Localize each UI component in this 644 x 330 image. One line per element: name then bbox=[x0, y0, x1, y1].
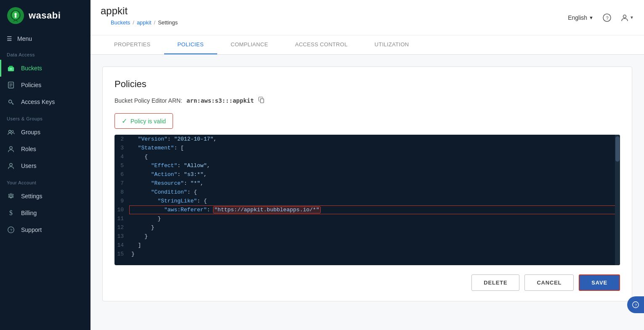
tab-utilization[interactable]: UTILIZATION bbox=[361, 35, 423, 54]
wasabi-logo-icon bbox=[7, 7, 24, 24]
line-num-15: 15 bbox=[114, 250, 130, 257]
line-content-9: "StringLike": { bbox=[130, 197, 620, 205]
line-content-13: } bbox=[130, 232, 620, 240]
tab-properties[interactable]: PROPERTIES bbox=[101, 35, 164, 54]
cancel-button[interactable]: CANCEL bbox=[524, 274, 574, 291]
sidebar-item-support[interactable]: ? Support bbox=[0, 221, 90, 238]
menu-button[interactable]: ☰ Menu bbox=[0, 31, 90, 46]
breadcrumb-appkit[interactable]: appkit bbox=[137, 19, 152, 26]
breadcrumb-buckets[interactable]: Buckets bbox=[111, 19, 130, 26]
groups-icon bbox=[7, 128, 15, 136]
breadcrumb-sep-2: / bbox=[154, 19, 156, 26]
line-num-5: 5 bbox=[114, 162, 130, 169]
line-num-8: 8 bbox=[114, 188, 130, 195]
help-bubble[interactable]: ? bbox=[627, 296, 644, 313]
line-content-2: "Version": "2012-10-17", bbox=[130, 135, 620, 143]
sidebar-item-billing[interactable]: $ Billing bbox=[0, 205, 90, 221]
code-line-10: 10 "aws:Referer": "https://appkit.bubble… bbox=[114, 205, 620, 214]
main-content: appkit Buckets / appkit / Settings Engli… bbox=[90, 0, 644, 330]
code-line-12: 12 } bbox=[114, 223, 620, 232]
code-line-7: 7 "Resource": "*", bbox=[114, 179, 620, 188]
save-button[interactable]: SAVE bbox=[579, 274, 620, 291]
code-line-8: 8 "Condition": { bbox=[114, 188, 620, 197]
sidebar-item-policies[interactable]: Policies bbox=[0, 77, 90, 93]
users-label: Users bbox=[21, 162, 37, 169]
breadcrumb-settings: Settings bbox=[158, 19, 178, 26]
svg-text:?: ? bbox=[635, 303, 637, 307]
svg-point-20 bbox=[623, 15, 626, 18]
user-account-button[interactable]: ▼ bbox=[620, 11, 634, 24]
line-num-14: 14 bbox=[114, 241, 130, 248]
code-line-13: 13 } bbox=[114, 232, 620, 241]
content-area: Policies Bucket Policy Editor ARN: arn:a… bbox=[90, 55, 644, 330]
line-content-14: ] bbox=[130, 241, 620, 249]
line-content-5: "Effect": "Allow", bbox=[130, 162, 620, 170]
action-buttons: DELETE CANCEL SAVE bbox=[114, 274, 620, 291]
line-content-12: } bbox=[130, 224, 620, 232]
editor-scrollbar[interactable] bbox=[615, 135, 620, 265]
chevron-down-icon: ▼ bbox=[589, 15, 593, 20]
support-icon: ? bbox=[7, 226, 15, 234]
line-num-10: 10 bbox=[114, 206, 130, 213]
scrollbar-thumb[interactable] bbox=[615, 136, 620, 162]
line-num-11: 11 bbox=[114, 215, 130, 222]
buckets-label: Buckets bbox=[21, 65, 42, 72]
line-content-11: } bbox=[130, 215, 620, 223]
code-line-2: 2 "Version": "2012-10-17", bbox=[114, 135, 620, 144]
svg-point-8 bbox=[9, 100, 12, 103]
account-chevron-icon: ▼ bbox=[630, 15, 634, 20]
logo-area: wasabi bbox=[0, 0, 90, 31]
policy-code-editor[interactable]: 2 "Version": "2012-10-17", 3 "Statement"… bbox=[114, 135, 620, 265]
tab-bar: PROPERTIES POLICIES COMPLIANCE ACCESS CO… bbox=[90, 35, 644, 55]
line-content-8: "Condition": { bbox=[130, 188, 620, 196]
code-line-14: 14 ] bbox=[114, 241, 620, 250]
svg-point-12 bbox=[11, 130, 13, 133]
line-num-12: 12 bbox=[114, 224, 130, 231]
sidebar-item-roles[interactable]: Roles bbox=[0, 141, 90, 157]
menu-label: Menu bbox=[17, 35, 32, 42]
line-content-10[interactable]: "aws:Referer": "https://appkit.bubbleapp… bbox=[130, 206, 620, 214]
tab-policies[interactable]: POLICIES bbox=[164, 35, 217, 54]
line-content-6: "Action": "s3:*", bbox=[130, 170, 620, 178]
access-keys-label: Access Keys bbox=[21, 98, 55, 105]
validity-message: Policy is valid bbox=[130, 118, 166, 125]
svg-text:?: ? bbox=[10, 228, 13, 232]
sidebar-item-users[interactable]: Users bbox=[0, 157, 90, 174]
code-line-9: 9 "StringLike": { bbox=[114, 197, 620, 205]
page-title: appkit bbox=[101, 5, 188, 17]
delete-button[interactable]: DELETE bbox=[471, 274, 519, 291]
code-line-15: 15 } bbox=[114, 250, 620, 258]
users-icon bbox=[7, 162, 15, 170]
line-num-6: 6 bbox=[114, 170, 130, 178]
sidebar-item-settings[interactable]: Settings bbox=[0, 188, 90, 205]
tab-compliance[interactable]: COMPLIANCE bbox=[217, 35, 282, 54]
sidebar-item-buckets[interactable]: Buckets bbox=[0, 60, 90, 77]
code-line-6: 6 "Action": "s3:*", bbox=[114, 170, 620, 179]
policies-label: Policies bbox=[21, 82, 41, 88]
svg-point-15 bbox=[10, 195, 12, 197]
billing-label: Billing bbox=[21, 210, 37, 216]
support-label: Support bbox=[21, 226, 42, 233]
code-line-5: 5 "Effect": "Allow", bbox=[114, 161, 620, 170]
svg-point-3 bbox=[10, 68, 12, 70]
language-selector[interactable]: English ▼ bbox=[568, 14, 593, 21]
line-num-9: 9 bbox=[114, 197, 130, 204]
top-header: appkit Buckets / appkit / Settings Engli… bbox=[90, 0, 644, 35]
help-icon-button[interactable]: ? bbox=[600, 11, 614, 24]
line-content-3: "Statement": [ bbox=[130, 144, 620, 152]
access-keys-icon bbox=[7, 98, 15, 106]
arn-row: Bucket Policy Editor ARN: arn:aws:s3:::a… bbox=[114, 96, 620, 105]
svg-point-13 bbox=[10, 146, 12, 149]
sidebar-item-groups[interactable]: Groups bbox=[0, 124, 90, 141]
svg-rect-21 bbox=[261, 99, 264, 103]
svg-point-11 bbox=[9, 130, 11, 133]
breadcrumb: Buckets / appkit / Settings bbox=[101, 17, 188, 30]
validity-badge: ✓ Policy is valid bbox=[114, 113, 173, 129]
svg-point-14 bbox=[10, 163, 12, 166]
sidebar-item-access-keys[interactable]: Access Keys bbox=[0, 93, 90, 110]
copy-arn-button[interactable] bbox=[258, 96, 265, 105]
arn-label: Bucket Policy Editor ARN: bbox=[114, 97, 182, 104]
roles-icon bbox=[7, 145, 15, 153]
line-content-15: } bbox=[130, 250, 620, 258]
tab-access-control[interactable]: ACCESS CONTROL bbox=[282, 35, 361, 54]
